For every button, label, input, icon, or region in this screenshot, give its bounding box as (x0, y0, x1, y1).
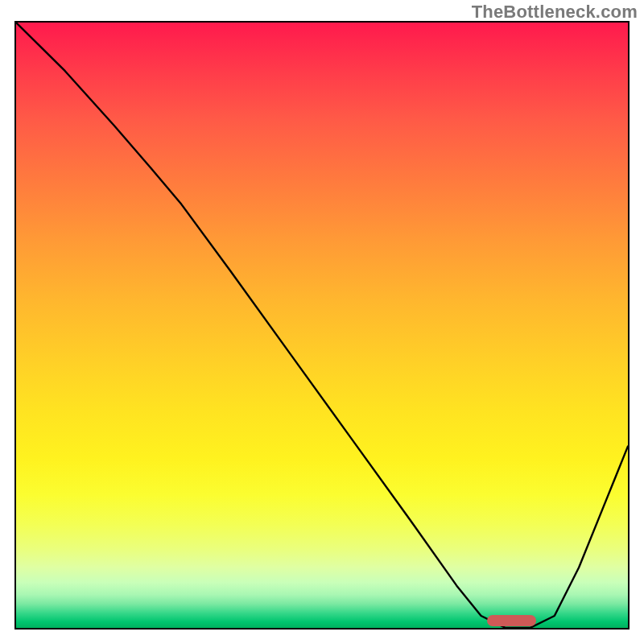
curve-layer (16, 23, 628, 628)
plot-area (14, 21, 630, 630)
watermark-text: TheBottleneck.com (472, 2, 638, 23)
optimal-range-marker (487, 615, 536, 626)
bottleneck-curve (16, 23, 628, 628)
chart-canvas: TheBottleneck.com (0, 0, 644, 644)
